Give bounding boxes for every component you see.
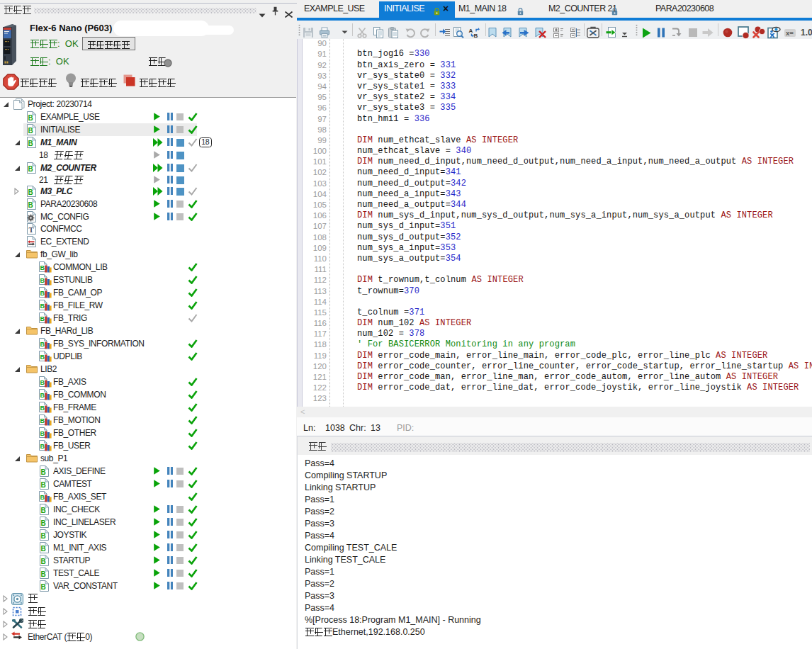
svg-text:B: B bbox=[40, 290, 45, 297]
svg-text:B: B bbox=[40, 341, 45, 348]
svg-text:B: B bbox=[41, 532, 46, 540]
svg-text:B: B bbox=[40, 417, 45, 424]
svg-text:B: B bbox=[40, 354, 45, 361]
svg-text:B: B bbox=[28, 114, 33, 122]
svg-text:B: B bbox=[40, 494, 45, 501]
svg-text:B: B bbox=[40, 264, 45, 271]
svg-text:B: B bbox=[28, 127, 33, 135]
svg-text:B: B bbox=[28, 165, 33, 173]
svg-text:T: T bbox=[28, 226, 33, 234]
svg-text:B: B bbox=[40, 430, 45, 437]
svg-text:B: B bbox=[40, 392, 45, 399]
svg-text:B: B bbox=[41, 468, 46, 476]
svg-text:A: A bbox=[469, 28, 473, 34]
svg-text:B: B bbox=[28, 188, 33, 196]
svg-text:B: B bbox=[41, 481, 46, 489]
svg-text:B: B bbox=[41, 570, 46, 578]
svg-text:B: B bbox=[40, 443, 45, 450]
svg-text:B: B bbox=[40, 277, 45, 284]
svg-text:B: B bbox=[40, 379, 45, 386]
svg-text:B: B bbox=[28, 140, 33, 147]
svg-text:x=: x= bbox=[786, 29, 794, 37]
svg-text:B: B bbox=[28, 201, 33, 209]
svg-text:B: B bbox=[41, 545, 46, 553]
svg-text:B: B bbox=[40, 315, 45, 322]
svg-text:B: B bbox=[41, 558, 46, 565]
svg-text:B: B bbox=[41, 583, 46, 591]
svg-text:B: B bbox=[40, 303, 45, 310]
svg-text:B: B bbox=[40, 405, 45, 412]
svg-text:B: B bbox=[41, 519, 46, 527]
svg-text:B: B bbox=[474, 33, 478, 38]
svg-text:B: B bbox=[41, 507, 46, 514]
